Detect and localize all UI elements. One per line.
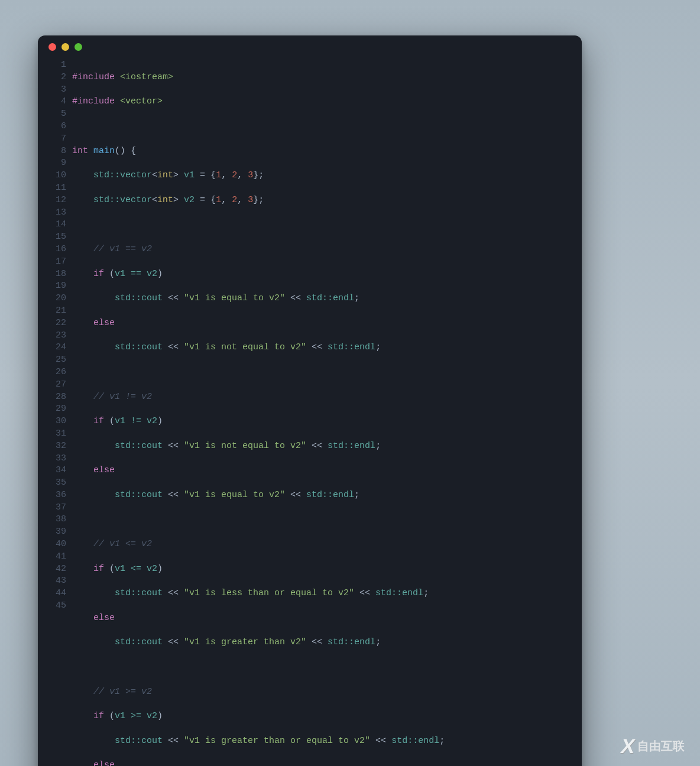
line-number: 2: [38, 72, 66, 84]
line-number: 38: [38, 514, 66, 526]
line-number: 20: [38, 293, 66, 305]
line-number: 24: [38, 342, 66, 354]
line-number: 17: [38, 256, 66, 268]
code-line: if (v1 != v2): [72, 416, 582, 428]
code-line: std::cout << "v1 is equal to v2" << std:…: [72, 293, 582, 305]
line-number: 14: [38, 219, 66, 231]
code-line: // v1 <= v2: [72, 538, 582, 551]
line-number: 10: [38, 170, 66, 182]
line-number: 23: [38, 330, 66, 342]
code-line: [72, 514, 582, 526]
line-number: 32: [38, 440, 66, 453]
code-line: // v1 != v2: [72, 391, 582, 404]
line-number: 28: [38, 391, 66, 404]
code-line: std::cout << "v1 is not equal to v2" << …: [72, 342, 582, 354]
code-line: std::cout << "v1 is greater than or equa…: [72, 735, 582, 748]
line-number: 39: [38, 526, 66, 538]
line-number: 3: [38, 84, 66, 96]
line-number: 41: [38, 551, 66, 563]
line-number: 7: [38, 133, 66, 145]
minimize-icon[interactable]: [61, 43, 69, 51]
line-number: 33: [38, 453, 66, 465]
code-line: if (v1 <= v2): [72, 563, 582, 576]
line-number: 42: [38, 563, 66, 576]
code-line: else: [72, 612, 582, 625]
line-number: 19: [38, 280, 66, 293]
line-number: 45: [38, 600, 66, 612]
code-line: std::cout << "v1 is greater than v2" << …: [72, 637, 582, 649]
code-line: if (v1 >= v2): [72, 710, 582, 723]
code-content[interactable]: #include <iostream> #include <vector> in…: [72, 59, 582, 766]
code-line: [72, 366, 582, 379]
watermark-text: 自由互联: [637, 738, 685, 754]
line-number: 15: [38, 231, 66, 244]
line-number-gutter: 1234567891011121314151617181920212223242…: [38, 59, 72, 766]
close-icon[interactable]: [48, 43, 56, 51]
line-number: 30: [38, 416, 66, 428]
line-number: 4: [38, 96, 66, 108]
zoom-icon[interactable]: [74, 43, 82, 51]
code-line: std::vector<int> v2 = {1, 2, 3};: [72, 194, 582, 207]
code-line: else: [72, 465, 582, 477]
code-line: std::cout << "v1 is less than or equal t…: [72, 588, 582, 600]
watermark-logo-icon: X: [619, 735, 636, 758]
code-line: #include <vector>: [72, 96, 582, 108]
code-line: std::cout << "v1 is equal to v2" << std:…: [72, 489, 582, 502]
line-number: 18: [38, 268, 66, 281]
line-number: 9: [38, 157, 66, 170]
line-number: 34: [38, 465, 66, 477]
code-line: [72, 661, 582, 674]
window-titlebar: [38, 35, 582, 58]
line-number: 35: [38, 477, 66, 489]
code-line: else: [72, 317, 582, 330]
watermark: X 自由互联: [621, 735, 685, 758]
line-number: 31: [38, 428, 66, 440]
code-line: // v1 == v2: [72, 244, 582, 256]
line-number: 11: [38, 182, 66, 194]
line-number: 29: [38, 403, 66, 416]
line-number: 44: [38, 588, 66, 600]
code-line: if (v1 == v2): [72, 268, 582, 281]
code-line: std::vector<int> v1 = {1, 2, 3};: [72, 170, 582, 182]
code-line: std::cout << "v1 is not equal to v2" << …: [72, 440, 582, 453]
line-number: 5: [38, 108, 66, 121]
code-line: else: [72, 759, 582, 766]
code-line: #include <iostream>: [72, 72, 582, 84]
line-number: 6: [38, 121, 66, 133]
line-number: 26: [38, 366, 66, 379]
line-number: 25: [38, 354, 66, 366]
code-editor-window: 1234567891011121314151617181920212223242…: [38, 35, 582, 766]
line-number: 40: [38, 538, 66, 551]
code-line: [72, 219, 582, 231]
line-number: 43: [38, 575, 66, 588]
line-number: 13: [38, 207, 66, 219]
line-number: 37: [38, 502, 66, 514]
line-number: 1: [38, 59, 66, 72]
code-area: 1234567891011121314151617181920212223242…: [38, 58, 582, 766]
code-line: // v1 >= v2: [72, 686, 582, 699]
line-number: 36: [38, 489, 66, 502]
line-number: 27: [38, 379, 66, 391]
line-number: 16: [38, 244, 66, 256]
line-number: 22: [38, 317, 66, 330]
code-line: [72, 121, 582, 133]
line-number: 21: [38, 305, 66, 317]
line-number: 12: [38, 194, 66, 207]
code-line: int main() {: [72, 145, 582, 158]
line-number: 8: [38, 145, 66, 158]
